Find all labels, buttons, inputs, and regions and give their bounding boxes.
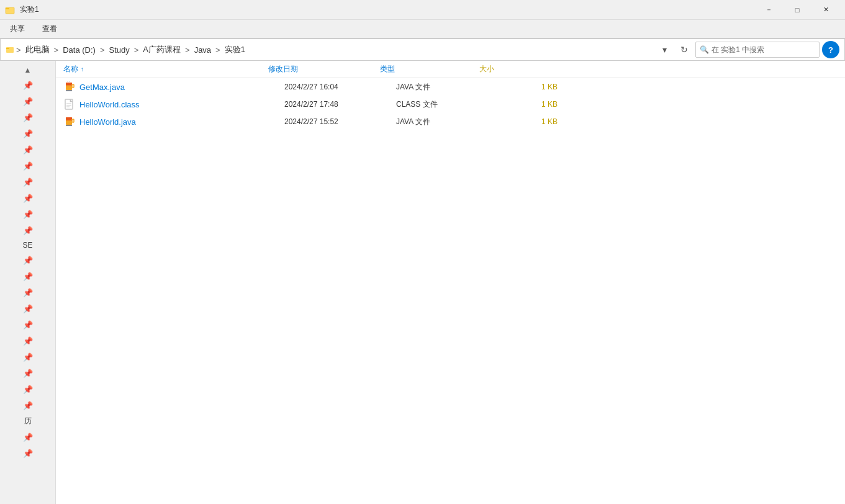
table-row[interactable]: GetMax.java 2024/2/27 16:04 JAVA 文件 1 KB <box>56 78 845 96</box>
minimize-button[interactable]: － <box>754 0 783 20</box>
address-actions: ▾ ↻ 🔍 在 实验1 中搜索 ? <box>656 41 839 58</box>
pin-item-17[interactable]: 📌 <box>23 352 33 362</box>
table-row[interactable]: HelloWorld.class 2024/2/27 17:48 CLASS 文… <box>56 96 845 113</box>
class-file-icon <box>63 98 76 110</box>
svg-rect-9 <box>66 85 72 86</box>
sep-3: > <box>134 45 139 55</box>
svg-rect-19 <box>72 119 74 122</box>
search-placeholder: 在 实验1 中搜索 <box>712 45 764 55</box>
window-icon <box>5 5 15 15</box>
search-box: 🔍 在 实验1 中搜索 <box>695 42 820 58</box>
breadcrumb-java[interactable]: Java <box>192 44 214 56</box>
window-controls: － □ ✕ <box>754 0 840 20</box>
sep-2: > <box>100 45 105 55</box>
col-header-type[interactable]: 类型 <box>380 64 479 74</box>
breadcrumb-course[interactable]: A广药课程 <box>140 43 183 56</box>
breadcrumb-lab1[interactable]: 实验1 <box>222 43 248 56</box>
ribbon-tab-share[interactable]: 共享 <box>7 22 27 35</box>
pin-item-14[interactable]: 📌 <box>23 304 33 313</box>
file-type: JAVA 文件 <box>396 117 495 127</box>
pin-item-4[interactable]: 📌 <box>23 128 33 138</box>
sep-0: > <box>16 45 21 55</box>
sidebar-label-li: 历 <box>24 416 32 426</box>
pin-item-5[interactable]: 📌 <box>23 145 33 155</box>
svg-rect-1 <box>6 8 9 9</box>
file-name: GetMax.java <box>79 83 284 92</box>
sep-1: > <box>54 45 59 55</box>
ribbon: 共享 查看 <box>0 20 845 38</box>
pin-item-19[interactable]: 📌 <box>23 384 33 394</box>
sep-4: > <box>185 45 190 55</box>
pin-item-12[interactable]: 📌 <box>23 271 33 281</box>
java-file-icon <box>63 81 76 93</box>
file-size: 1 KB <box>495 100 558 109</box>
pin-item-21[interactable]: 📌 <box>23 432 33 442</box>
pin-item-10[interactable]: 📌 <box>23 225 33 235</box>
maximize-button[interactable]: □ <box>783 0 811 20</box>
pin-item-1[interactable]: 📌 <box>23 80 33 90</box>
pin-item-18[interactable]: 📌 <box>23 368 33 378</box>
pin-item-20[interactable]: 📌 <box>23 400 33 410</box>
pin-item-7[interactable]: 📌 <box>23 177 33 187</box>
scroll-up-button[interactable]: ▲ <box>24 66 32 74</box>
file-type: JAVA 文件 <box>396 82 495 92</box>
file-date: 2024/2/27 15:52 <box>284 117 396 126</box>
file-date: 2024/2/27 16:04 <box>284 83 396 91</box>
pin-item-13[interactable]: 📌 <box>23 287 33 297</box>
pin-item-6[interactable]: 📌 <box>23 161 33 171</box>
search-icon: 🔍 <box>700 45 709 54</box>
svg-rect-18 <box>66 117 72 120</box>
svg-rect-7 <box>72 84 74 88</box>
svg-rect-21 <box>66 120 72 121</box>
sep-5: > <box>215 45 220 55</box>
java-file-icon-2 <box>63 115 76 128</box>
ribbon-tab-view[interactable]: 查看 <box>40 22 60 35</box>
breadcrumb-study[interactable]: Study <box>107 44 132 56</box>
breadcrumb-folder-icon <box>6 45 14 54</box>
file-list: GetMax.java 2024/2/27 16:04 JAVA 文件 1 KB <box>56 78 845 504</box>
col-header-size[interactable]: 大小 <box>479 64 541 74</box>
content-area: 名称 ↑ 修改日期 类型 大小 <box>56 61 845 504</box>
file-type: CLASS 文件 <box>396 99 495 110</box>
pin-item-3[interactable]: 📌 <box>23 112 33 122</box>
pin-item-8[interactable]: 📌 <box>23 193 33 203</box>
pin-item-15[interactable]: 📌 <box>23 320 33 330</box>
address-bar: > 此电脑 > Data (D:) > Study > A广药课程 > Java… <box>0 38 845 61</box>
pin-item-2[interactable]: 📌 <box>23 96 33 106</box>
svg-rect-4 <box>6 48 9 49</box>
window-title: 实验1 <box>20 4 39 15</box>
svg-rect-6 <box>66 83 72 85</box>
pin-item-9[interactable]: 📌 <box>23 209 33 219</box>
file-date: 2024/2/27 17:48 <box>284 100 396 109</box>
close-button[interactable]: ✕ <box>811 0 840 20</box>
dropdown-button[interactable]: ▾ <box>656 41 673 58</box>
svg-rect-8 <box>66 90 72 91</box>
col-header-date[interactable]: 修改日期 <box>268 64 380 74</box>
main-layout: ▲ 📌 📌 📌 📌 📌 📌 📌 📌 📌 📌 SE 📌 📌 📌 📌 📌 📌 📌 📌… <box>0 61 845 504</box>
title-bar: 实验1 － □ ✕ <box>0 0 845 20</box>
table-row[interactable]: HelloWorld.java 2024/2/27 15:52 JAVA 文件 … <box>56 113 845 130</box>
sidebar-label-se: SE <box>22 241 32 250</box>
col-header-name[interactable]: 名称 ↑ <box>63 64 268 74</box>
left-sidebar: ▲ 📌 📌 📌 📌 📌 📌 📌 📌 📌 📌 SE 📌 📌 📌 📌 📌 📌 📌 📌… <box>0 61 56 504</box>
file-size: 1 KB <box>495 83 558 91</box>
breadcrumb-pc[interactable]: 此电脑 <box>23 43 52 56</box>
pin-item-22[interactable]: 📌 <box>23 448 33 458</box>
pin-item-16[interactable]: 📌 <box>23 336 33 346</box>
help-button[interactable]: ? <box>822 41 839 58</box>
sort-arrow-icon: ↑ <box>81 66 84 73</box>
refresh-button[interactable]: ↻ <box>676 41 693 58</box>
file-name: HelloWorld.class <box>79 100 284 109</box>
svg-rect-20 <box>66 125 72 126</box>
breadcrumb-path: > 此电脑 > Data (D:) > Study > A广药课程 > Java… <box>6 43 653 56</box>
column-headers: 名称 ↑ 修改日期 类型 大小 <box>56 61 845 78</box>
file-size: 1 KB <box>495 117 558 126</box>
pin-item-11[interactable]: 📌 <box>23 255 33 265</box>
file-name: HelloWorld.java <box>79 117 284 127</box>
breadcrumb-data[interactable]: Data (D:) <box>60 44 98 56</box>
